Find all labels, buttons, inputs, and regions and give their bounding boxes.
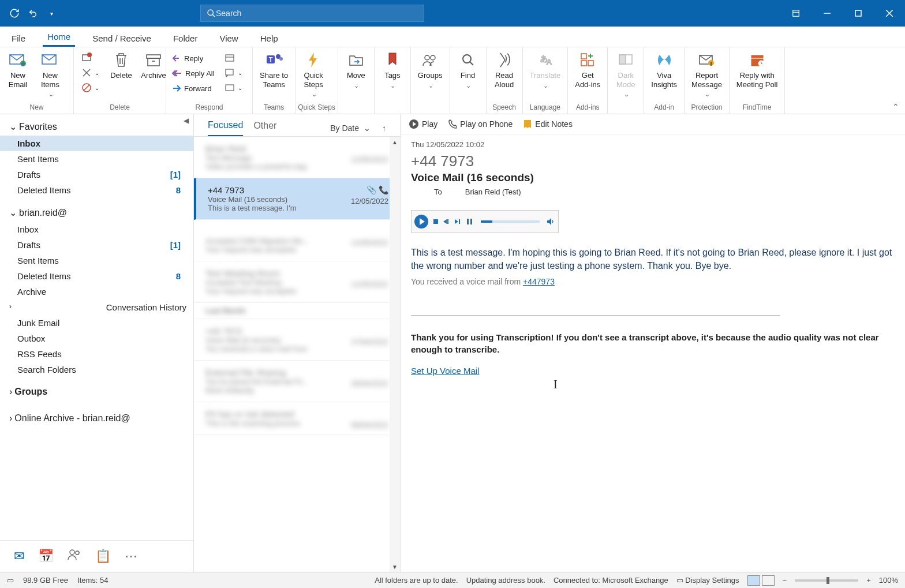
report-message-button[interactable]: !Report Message — [687, 48, 727, 100]
tab-other[interactable]: Other — [253, 121, 276, 136]
nav-mail-icon[interactable]: ✉ — [14, 549, 24, 564]
view-normal-icon[interactable] — [747, 575, 760, 586]
zoom-in-icon[interactable]: + — [866, 576, 871, 585]
share-teams-button[interactable]: TShare to Teams — [255, 48, 293, 91]
menu-home[interactable]: Home — [43, 28, 75, 47]
meeting-poll-button[interactable]: Reply with Meeting Poll — [732, 48, 783, 91]
reply-all-button[interactable]: Reply All — [169, 66, 218, 81]
player-pause-icon[interactable] — [466, 218, 474, 225]
nav-favorites-header[interactable]: ⌄Favorites — [0, 118, 193, 136]
list-item[interactable]: Last Month — [194, 303, 400, 319]
nav-fav-sent[interactable]: Sent Items — [0, 151, 193, 167]
nav-drafts[interactable]: Drafts[1] — [0, 237, 193, 253]
tab-focused[interactable]: Focused — [208, 120, 243, 136]
action-play[interactable]: Play — [409, 119, 437, 129]
forward-button[interactable]: Forward — [169, 81, 218, 96]
list-item[interactable]: External File SharingYou've joined the E… — [194, 361, 400, 402]
nav-junk[interactable]: Junk Email — [0, 315, 193, 331]
action-play-on-phone[interactable]: Play on Phone — [448, 119, 513, 129]
vm-number-link[interactable]: +447973 — [523, 277, 555, 286]
maximize-button[interactable] — [843, 0, 874, 27]
minimize-button[interactable] — [811, 0, 843, 27]
ribbon-display-icon[interactable] — [780, 0, 811, 27]
get-addins-button[interactable]: Get Add-ins — [570, 48, 605, 91]
nav-fav-inbox[interactable]: Inbox — [0, 136, 193, 151]
sort-dropdown-icon[interactable]: ⌄ — [364, 123, 371, 133]
list-item[interactable]: Accepted O365 Migration Me...Your reques… — [194, 220, 400, 261]
junk-icon[interactable]: ⌄ — [78, 80, 103, 95]
zoom-out-icon[interactable]: − — [783, 576, 787, 585]
translate-button[interactable]: あATranslate — [525, 48, 566, 92]
delete-button[interactable]: Delete — [106, 48, 137, 83]
nav-fav-deleted[interactable]: Deleted Items8 — [0, 182, 193, 198]
nav-outbox[interactable]: Outbox — [0, 331, 193, 346]
close-button[interactable] — [874, 0, 905, 27]
player-prev-icon[interactable] — [443, 218, 451, 225]
nav-tasks-icon[interactable]: 📋 — [95, 549, 111, 564]
view-reading-icon[interactable] — [762, 575, 775, 586]
menu-file[interactable]: File — [7, 30, 30, 47]
list-scrollbar[interactable]: ▲▼ — [390, 137, 400, 572]
ignore-icon[interactable] — [78, 50, 103, 65]
archive-button[interactable]: Archive — [138, 48, 169, 83]
nav-conv-history[interactable]: ›Conversation History — [0, 299, 193, 315]
im-icon[interactable]: ⌄ — [221, 65, 246, 80]
player-next-icon[interactable] — [454, 218, 462, 225]
nav-collapse-icon[interactable]: ◀ — [184, 117, 189, 125]
dark-mode-button[interactable]: Dark Mode — [610, 48, 641, 100]
attachment-icon: 📎 — [367, 185, 376, 194]
qat-dropdown-icon[interactable]: ▾ — [45, 7, 58, 20]
new-items-button[interactable]: New Items — [35, 48, 66, 100]
nav-inbox[interactable]: Inbox — [0, 222, 193, 237]
menu-send-receive[interactable]: Send / Receive — [88, 30, 156, 47]
message-from: +44 7973 — [411, 152, 895, 170]
viva-insights-button[interactable]: Viva Insights — [646, 48, 682, 91]
audio-player[interactable] — [411, 210, 559, 233]
refresh-icon[interactable] — [8, 7, 21, 20]
undo-icon[interactable] — [27, 7, 39, 20]
more-respond-icon[interactable]: ⌄ — [221, 80, 246, 95]
quick-steps-button[interactable]: Quick Steps — [298, 48, 329, 100]
find-button[interactable]: Find — [452, 48, 484, 92]
search-box[interactable] — [200, 5, 424, 22]
player-stop-icon[interactable] — [432, 218, 439, 225]
list-item[interactable]: Brian ReidTest MessageVideo provides a p… — [194, 137, 400, 178]
tags-button[interactable]: Tags — [377, 48, 408, 92]
menu-folder[interactable]: Folder — [169, 30, 203, 47]
player-volume-icon[interactable] — [547, 218, 556, 226]
action-edit-notes[interactable]: Edit Notes — [523, 119, 573, 129]
search-input[interactable] — [216, 9, 418, 18]
zoom-slider[interactable] — [795, 579, 858, 582]
groups-button[interactable]: Groups — [413, 48, 447, 92]
menu-view[interactable]: View — [215, 30, 242, 47]
meeting-icon[interactable] — [221, 50, 246, 65]
nav-archive[interactable]: Archive — [0, 284, 193, 299]
svg-rect-35 — [588, 61, 593, 66]
sort-by-date[interactable]: By Date — [330, 123, 359, 133]
nav-account-header[interactable]: ⌄brian.reid@ — [0, 204, 193, 222]
reply-button[interactable]: Reply — [169, 51, 218, 66]
list-item[interactable]: Test Meeting RoomAccepted Test MeetingYo… — [194, 261, 400, 303]
new-email-button[interactable]: +New Email — [2, 48, 33, 91]
read-aloud-button[interactable]: Read Aloud — [489, 48, 520, 91]
menu-help[interactable]: Help — [256, 30, 283, 47]
nav-fav-drafts[interactable]: Drafts[1] — [0, 167, 193, 182]
setup-voicemail-link[interactable]: Set Up Voice Mail — [411, 366, 479, 376]
nav-online-archive[interactable]: ›Online Archive - brian.reid@ — [0, 410, 193, 427]
status-display-settings[interactable]: ▭ Display Settings — [676, 576, 739, 585]
nav-deleted[interactable]: Deleted Items8 — [0, 268, 193, 284]
sort-direction-icon[interactable]: ↑ — [382, 123, 386, 133]
nav-calendar-icon[interactable]: 📅 — [38, 549, 54, 564]
nav-more-icon[interactable]: ⋯ — [125, 549, 137, 564]
nav-sent[interactable]: Sent Items — [0, 253, 193, 268]
list-item[interactable]: PII has or risk detectedThis is the scan… — [194, 402, 400, 435]
nav-groups-header[interactable]: ›Groups — [0, 383, 193, 400]
list-item-selected[interactable]: 📎📞 +44 7973 Voice Mail (16 seconds) This… — [194, 178, 400, 220]
ribbon-collapse-icon[interactable]: ⌃ — [892, 102, 899, 111]
cleanup-icon[interactable]: ⌄ — [78, 65, 103, 80]
move-button[interactable]: Move — [341, 48, 372, 92]
list-item[interactable]: +44 7973Voice Mail (8 seconds)You receiv… — [194, 319, 400, 361]
nav-people-icon[interactable] — [68, 549, 81, 564]
nav-rss[interactable]: RSS Feeds — [0, 346, 193, 362]
nav-search-folders[interactable]: Search Folders — [0, 362, 193, 377]
